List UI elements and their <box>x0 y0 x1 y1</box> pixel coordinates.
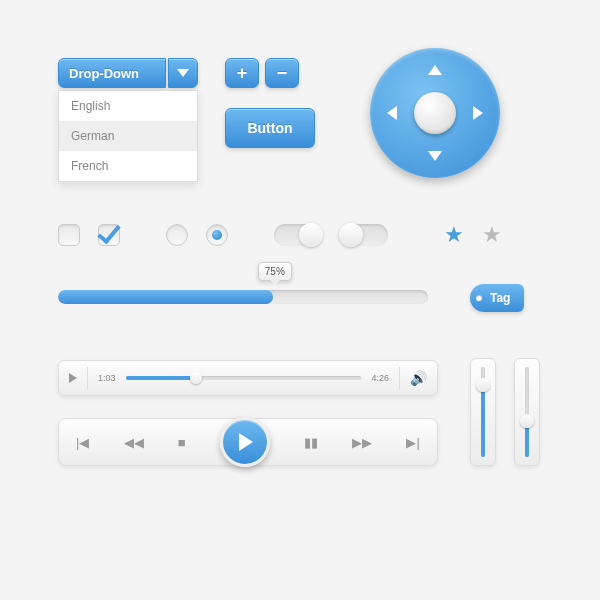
skip-back-icon[interactable]: |◀ <box>76 435 89 450</box>
progress-fill <box>58 290 273 304</box>
star-icon-empty[interactable]: ★ <box>482 222 502 248</box>
button-label: Button <box>247 120 292 136</box>
play-button[interactable] <box>220 417 270 467</box>
dropdown-list: English German French <box>58 90 198 182</box>
primary-button[interactable]: Button <box>225 108 315 148</box>
progress-bar[interactable]: 75% <box>58 290 428 304</box>
dropdown-toggle[interactable] <box>168 58 198 88</box>
dropdown-option[interactable]: English <box>59 91 197 121</box>
slider-knob[interactable] <box>520 414 534 428</box>
star-icon-filled[interactable]: ★ <box>444 222 464 248</box>
progress-track <box>58 290 428 304</box>
checkbox-unchecked[interactable] <box>58 224 80 246</box>
seek-fill <box>126 376 197 380</box>
tag[interactable]: Tag <box>470 284 524 312</box>
dropdown-option[interactable]: German <box>59 121 197 151</box>
minus-button[interactable]: − <box>265 58 299 88</box>
dpad-left[interactable] <box>387 106 397 120</box>
skip-forward-icon[interactable]: ▶| <box>406 435 419 450</box>
plus-button[interactable]: + <box>225 58 259 88</box>
radio-off[interactable] <box>166 224 188 246</box>
dpad-right[interactable] <box>473 106 483 120</box>
radio-on[interactable] <box>206 224 228 246</box>
progress-tooltip: 75% <box>258 262 292 281</box>
chevron-down-icon <box>177 69 189 77</box>
plus-icon: + <box>237 63 248 84</box>
audio-player-full: |◀ ◀◀ ■ ▮▮ ▶▶ ▶| <box>58 418 438 466</box>
pause-icon[interactable]: ▮▮ <box>304 435 318 450</box>
dpad-up[interactable] <box>428 65 442 75</box>
dpad-down[interactable] <box>428 151 442 161</box>
vertical-slider[interactable] <box>514 358 540 466</box>
volume-icon[interactable]: 🔊 <box>410 370 427 386</box>
divider <box>87 367 88 389</box>
vertical-slider[interactable] <box>470 358 496 466</box>
total-time: 4:26 <box>371 373 389 383</box>
current-time: 1:03 <box>98 373 116 383</box>
dpad <box>370 48 500 178</box>
stop-icon[interactable]: ■ <box>178 435 186 450</box>
seek-knob[interactable] <box>190 372 202 384</box>
tag-label: Tag <box>490 291 510 305</box>
rewind-icon[interactable]: ◀◀ <box>124 435 144 450</box>
seek-bar[interactable] <box>126 376 362 380</box>
toggle-off[interactable] <box>340 224 388 246</box>
play-icon <box>239 433 253 451</box>
divider <box>399 367 400 389</box>
dpad-center[interactable] <box>414 92 456 134</box>
checkbox-checked[interactable] <box>98 224 120 246</box>
slider-fill <box>481 390 485 458</box>
progress-percent: 75% <box>265 266 285 277</box>
minus-icon: − <box>277 63 288 84</box>
play-icon[interactable] <box>69 373 77 383</box>
toggle-on[interactable] <box>274 224 322 246</box>
forward-icon[interactable]: ▶▶ <box>352 435 372 450</box>
dropdown-button[interactable]: Drop-Down <box>58 58 166 88</box>
toggle-knob <box>339 223 363 247</box>
dropdown-option[interactable]: French <box>59 151 197 181</box>
toggle-knob <box>299 223 323 247</box>
dropdown-label: Drop-Down <box>69 66 139 81</box>
slider-knob[interactable] <box>476 378 490 392</box>
slider-fill <box>525 426 529 458</box>
audio-player-compact: 1:03 4:26 🔊 <box>58 360 438 396</box>
